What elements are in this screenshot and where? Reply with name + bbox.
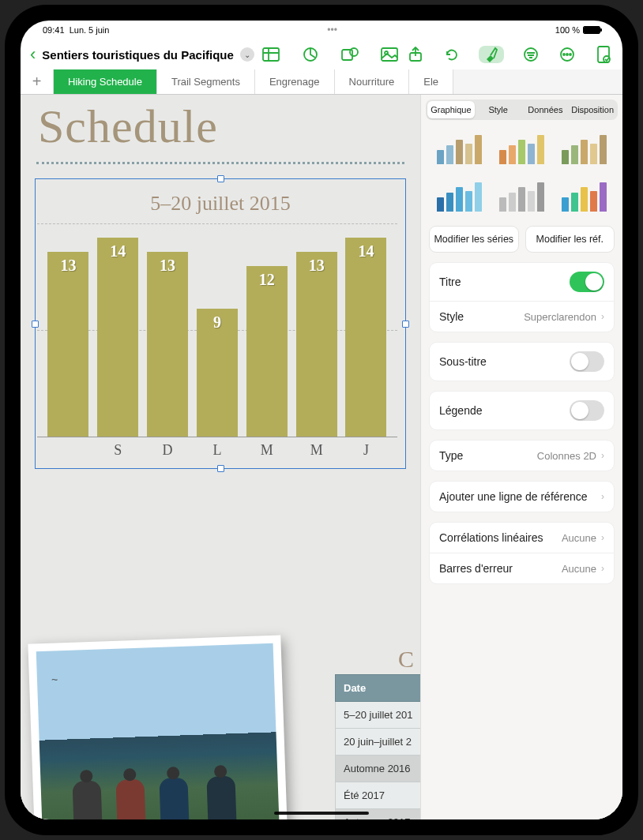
error-bars-row[interactable]: Barres d'erreur Aucune› <box>430 553 614 583</box>
document-settings-icon[interactable] <box>594 46 613 63</box>
chart-bar: 13 <box>147 252 188 437</box>
title-menu-chevron-icon[interactable]: ⌄ <box>240 47 254 62</box>
back-button[interactable]: ‹ <box>30 44 36 65</box>
status-date: Lun. 5 juin <box>70 25 110 35</box>
tab-donnees[interactable]: Données <box>522 101 570 118</box>
selection-handle[interactable] <box>402 321 409 328</box>
sous-titre-label: Sous-titre <box>439 355 487 368</box>
chart-x-label: M <box>296 442 337 459</box>
svg-point-14 <box>563 54 565 55</box>
divider <box>36 162 404 164</box>
chart-style-2[interactable] <box>494 129 549 169</box>
chart-style-3[interactable] <box>557 129 611 169</box>
battery-icon <box>583 26 600 34</box>
format-inspector: Graphique Style Données Disposition Modi… <box>420 95 622 819</box>
chevron-right-icon: › <box>601 532 604 543</box>
svg-point-15 <box>566 54 568 55</box>
style-row[interactable]: Style Superclarendon› <box>430 302 614 332</box>
type-row[interactable]: Type Colonnes 2D› <box>430 441 614 471</box>
sous-titre-toggle[interactable] <box>570 351 604 372</box>
inspector-tabs: Graphique Style Données Disposition <box>426 99 618 120</box>
chart-title: 5–20 juillet 2015 <box>36 179 405 223</box>
chart-bar: 14 <box>345 238 386 437</box>
error-bars-label: Barres d'erreur <box>439 562 513 575</box>
chart-bar: 9 <box>197 309 238 437</box>
add-sheet-button[interactable]: + <box>21 69 54 94</box>
svg-point-9 <box>525 48 537 61</box>
more-icon[interactable] <box>558 46 577 63</box>
status-time: 09:41 <box>43 25 65 35</box>
chart-plot-area: 1314139121314 SDLMMJ <box>37 223 397 460</box>
legende-toggle[interactable] <box>570 400 604 421</box>
table-header: Date <box>335 674 420 702</box>
tab-disposition[interactable]: Disposition <box>569 101 616 118</box>
battery-percent: 100 % <box>555 25 580 35</box>
organize-icon[interactable] <box>521 46 540 63</box>
legende-label: Légende <box>439 404 483 417</box>
sheet-tab-hiking-schedule[interactable]: Hiking Schedule <box>54 69 157 94</box>
document-title[interactable]: Sentiers touristiques du Pacifique <box>42 48 234 62</box>
chart-bar: 13 <box>47 252 88 437</box>
style-font-value: Superclarendon <box>524 311 596 323</box>
error-bars-value: Aucune <box>562 563 596 575</box>
type-value: Colonnes 2D <box>537 450 596 462</box>
text-fragment: C <box>398 646 414 673</box>
correlations-row[interactable]: Corrélations linéaires Aucune› <box>430 523 614 553</box>
dates-table[interactable]: Date 5–20 juillet 20120 juin–juillet 2Au… <box>335 674 420 819</box>
chart-bar: 13 <box>296 252 337 437</box>
add-reference-line-row[interactable]: Ajouter une ligne de référence › <box>430 482 614 512</box>
insert-table-icon[interactable] <box>261 46 280 63</box>
add-reference-line-label: Ajouter une ligne de référence <box>439 490 588 503</box>
titre-label: Titre <box>439 276 461 288</box>
svg-point-5 <box>350 48 358 56</box>
photo-card[interactable]: ~ <box>28 635 288 819</box>
chart-bar: 12 <box>246 266 288 437</box>
selection-handle[interactable] <box>217 465 224 472</box>
share-icon[interactable] <box>406 46 425 63</box>
chart-style-6[interactable] <box>557 177 611 216</box>
chart-x-label: J <box>345 442 386 459</box>
chevron-right-icon: › <box>601 311 604 322</box>
home-indicator[interactable] <box>274 812 369 815</box>
chart-style-1[interactable] <box>432 129 487 169</box>
chart-style-5[interactable] <box>494 177 549 216</box>
table-row[interactable]: 20 juin–juillet 2 <box>335 729 420 756</box>
sheet-tab-ele[interactable]: Ele <box>409 69 453 94</box>
tab-graphique[interactable]: Graphique <box>427 101 475 118</box>
edit-references-button[interactable]: Modifier les réf. <box>525 226 615 253</box>
type-label: Type <box>439 449 463 462</box>
insert-media-icon[interactable] <box>380 46 399 63</box>
chevron-right-icon: › <box>601 563 604 574</box>
insert-chart-icon[interactable] <box>301 46 320 63</box>
chart-x-label: M <box>246 442 288 459</box>
page-title: Schedule <box>21 95 420 154</box>
edit-series-button[interactable]: Modifier les séries <box>429 226 519 253</box>
selection-handle[interactable] <box>217 175 224 182</box>
insert-shape-icon[interactable] <box>340 46 359 63</box>
chart-bar: 14 <box>97 238 138 437</box>
table-row[interactable]: Automne 2016 <box>335 756 420 782</box>
sheet-tab-nourriture[interactable]: Nourriture <box>335 69 410 94</box>
toolbar: ‹ Sentiers touristiques du Pacifique ⌄ <box>21 39 622 69</box>
sheet-tab-trail-segments[interactable]: Trail Segments <box>157 69 255 94</box>
spreadsheet-canvas[interactable]: Schedule 5–20 juillet 2015 1314139121314… <box>21 95 420 819</box>
titre-toggle[interactable] <box>570 272 604 292</box>
chart-style-4[interactable] <box>432 177 487 216</box>
svg-point-16 <box>570 54 571 55</box>
svg-rect-0 <box>263 48 279 61</box>
table-row[interactable]: 5–20 juillet 201 <box>335 702 420 729</box>
correlations-label: Corrélations linéaires <box>439 531 543 544</box>
format-brush-icon[interactable] <box>479 46 504 63</box>
chevron-right-icon: › <box>601 491 604 502</box>
correlations-value: Aucune <box>562 532 596 544</box>
table-row[interactable]: Été 2017 <box>335 782 420 809</box>
photo-image: ~ <box>36 643 280 819</box>
tab-style[interactable]: Style <box>475 101 522 118</box>
sheet-tab-engrenage[interactable]: Engrenage <box>255 69 335 94</box>
chart-x-label: L <box>197 442 238 459</box>
status-bar: 09:41 Lun. 5 juin ••• 100 % <box>21 21 622 39</box>
multitask-dots[interactable]: ••• <box>327 24 337 36</box>
undo-icon[interactable] <box>442 46 461 63</box>
chart-x-label: S <box>97 442 138 459</box>
selected-chart[interactable]: 5–20 juillet 2015 1314139121314 SDLMMJ <box>35 178 406 469</box>
